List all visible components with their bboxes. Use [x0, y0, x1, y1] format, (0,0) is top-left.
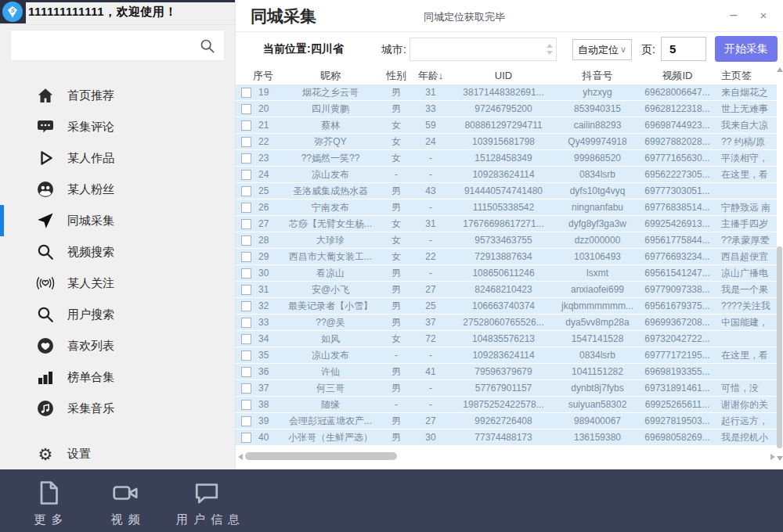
table-row[interactable]: 23??嫣然一笑??女-1512845834999986852069777165…	[236, 150, 777, 166]
table-row[interactable]: 25圣洛威集成热水器男43914440574741480dyfs10tg4vyq…	[236, 183, 777, 199]
column-header-5[interactable]: 抖音号	[558, 69, 637, 83]
cell-col5: yhzxyg	[558, 87, 637, 98]
heart-icon	[35, 336, 56, 356]
row-checkbox[interactable]	[241, 219, 251, 229]
row-index: 37	[258, 383, 269, 394]
table-row[interactable]: 36许仙男4179596379679104115128269698193355.…	[236, 364, 777, 379]
close-button[interactable]: ×	[753, 5, 774, 25]
row-checkbox[interactable]	[241, 104, 251, 114]
search-icon[interactable]	[199, 38, 216, 55]
row-checkbox[interactable]	[241, 252, 251, 262]
row-checkbox[interactable]	[241, 318, 251, 328]
row-checkbox[interactable]	[241, 235, 251, 246]
cell-col2: 男	[380, 201, 413, 214]
row-checkbox[interactable]	[241, 301, 251, 311]
sidebar-item-rankings[interactable]: 榜单合集	[0, 361, 235, 393]
table-row[interactable]: 31安@小飞男2782468210423anxiaofei69969779097…	[236, 282, 777, 297]
sidebar-item-fans[interactable]: 某人粉丝	[0, 174, 235, 205]
cell-col4: 79596379679	[449, 366, 558, 377]
cell-col1: 蔡林	[281, 119, 380, 132]
column-header-2[interactable]: 性别	[380, 69, 413, 83]
table-row[interactable]: 21蔡林女59808861297294711cailin882936969874…	[236, 117, 777, 133]
column-header-1[interactable]: 昵称	[281, 69, 380, 83]
spinner-up-icon[interactable]	[547, 44, 553, 48]
sidebar-item-likes[interactable]: 喜欢列表	[0, 330, 235, 361]
cell-col5: lsxmt	[558, 268, 637, 279]
table-row[interactable]: 22弥芥QY女24103915681798Qy49997491869927882…	[236, 134, 777, 149]
toolbar-item-video[interactable]: 视频	[100, 479, 150, 527]
vertical-scroll-thumb[interactable]	[777, 246, 782, 448]
row-checkbox[interactable]	[241, 186, 251, 196]
minimize-button[interactable]: –	[723, 5, 744, 25]
row-checkbox[interactable]	[241, 203, 251, 213]
sidebar-item-music[interactable]: 采集音乐	[0, 393, 235, 424]
logo-gem-icon: S	[2, 2, 23, 22]
start-collect-button[interactable]: 开始采集	[715, 36, 778, 62]
sidebar-item-video-search[interactable]: 视频搜索	[0, 236, 235, 268]
row-checkbox[interactable]	[241, 416, 251, 426]
page-input[interactable]	[668, 41, 705, 56]
table-row[interactable]: 27芯痧【无臂女生杨...女3117676698617271...dyfg8yf…	[236, 216, 777, 232]
sidebar-item-works[interactable]: 某人作品	[0, 142, 235, 174]
spinner-down-icon[interactable]	[547, 51, 553, 55]
row-checkbox[interactable]	[241, 383, 251, 394]
row-checkbox[interactable]	[241, 334, 251, 344]
table-row[interactable]: 40小张哥（生鲜严选）男3077374488173136159380696980…	[236, 430, 777, 445]
cell-col5: 853940315	[558, 103, 637, 114]
column-header-6[interactable]: 视频ID	[637, 69, 718, 83]
table-row[interactable]: 24凉山发布--1092836241140834lsrb69562227305.…	[236, 167, 777, 182]
table-row[interactable]: 38随缘--19875252422578...suiyuan5830269925…	[236, 397, 777, 412]
cell-col2: 男	[380, 300, 413, 313]
row-checkbox[interactable]	[241, 88, 251, 98]
row-checkbox[interactable]	[241, 285, 251, 295]
results-table: 序号昵称性别年龄↓UID抖音号视频ID主页签 19烟花之乡云哥男31381714…	[236, 66, 777, 446]
table-row[interactable]: 32最美记录者【小雪】男25106663740374jkqbmmmmmm...6…	[236, 298, 777, 314]
column-header-0[interactable]: 序号	[236, 69, 281, 83]
table-row[interactable]: 29西昌市大葡女装工...女22729138876341031064936977…	[236, 249, 777, 264]
column-header-4[interactable]: UID	[449, 70, 558, 81]
table-row[interactable]: 35凉山发布--1092836241140834lsrb69777172195.…	[236, 347, 777, 363]
table-row[interactable]: 39会理彭冠蓝塘农产...男27992627264089894000676992…	[236, 413, 777, 429]
row-checkbox[interactable]	[241, 400, 251, 410]
table-row[interactable]: 28大珍珍女-95733463755dzz00000069561775844..…	[236, 232, 777, 248]
scroll-up-icon[interactable]	[777, 67, 783, 72]
table-row[interactable]: 33??@吴男3727528060765526...dya5vv8mp28a69…	[236, 315, 777, 330]
horizontal-scroll-thumb[interactable]	[245, 452, 397, 460]
cell-col1: 何三哥	[281, 382, 380, 395]
sidebar-item-comments[interactable]: 采集评论	[0, 111, 235, 142]
sidebar-item-city-collect[interactable]: 同城采集	[0, 205, 235, 236]
row-checkbox[interactable]	[241, 137, 251, 147]
sidebar-item-follows[interactable]: 某人关注	[0, 268, 235, 299]
row-checkbox[interactable]	[241, 120, 251, 131]
scroll-right-icon[interactable]	[770, 454, 775, 460]
table-row[interactable]: 30看凉山男-108650611246lsxmt69561541247...凉山…	[236, 265, 777, 281]
cell-col6: 69628122318...	[637, 103, 718, 114]
table-row[interactable]: 37何三哥男-57767901157dynbt8j7fybs6973189146…	[236, 380, 777, 396]
toolbar-item-more[interactable]: 更多	[23, 479, 74, 527]
table-row[interactable]: 20四川黄鹏男339724679520085394031569628122318…	[236, 101, 777, 117]
table-row[interactable]: 34如风女72104835576213154714152869732042722…	[236, 331, 777, 347]
row-checkbox[interactable]	[241, 170, 251, 180]
sidebar-search-input[interactable]	[17, 34, 193, 59]
row-checkbox[interactable]	[241, 350, 251, 361]
sidebar-item-label: 用户搜索	[67, 307, 114, 322]
cell-col1: 凉山发布	[281, 349, 380, 362]
column-header-7[interactable]: 主页签	[718, 69, 777, 83]
row-checkbox[interactable]	[241, 433, 251, 443]
table-row[interactable]: 26宁南发布男-111505338542ningnanfabu697768385…	[236, 200, 777, 215]
sidebar-item-home[interactable]: 首页推荐	[0, 80, 235, 111]
locate-mode-select[interactable]: 自动定位 ∨	[572, 39, 632, 60]
column-header-3[interactable]: 年龄↓	[413, 69, 449, 83]
row-checkbox[interactable]	[241, 367, 251, 377]
toolbar-item-userinfo[interactable]: 用户信息	[171, 479, 243, 527]
sidebar-item-settings[interactable]: ⚙设置	[0, 438, 235, 469]
sidebar-item-user-search[interactable]: 用户搜索	[0, 299, 235, 330]
city-input[interactable]	[415, 40, 543, 60]
scroll-left-icon[interactable]	[238, 454, 243, 460]
table-row[interactable]: 19烟花之乡云哥男3138171448382691...yhzxyg696280…	[236, 84, 777, 100]
row-checkbox[interactable]	[241, 153, 251, 164]
cell-col3: -	[413, 350, 449, 361]
cell-col0: 25	[236, 185, 281, 196]
cell-col6: 69561679375...	[637, 300, 718, 311]
row-checkbox[interactable]	[241, 268, 251, 279]
